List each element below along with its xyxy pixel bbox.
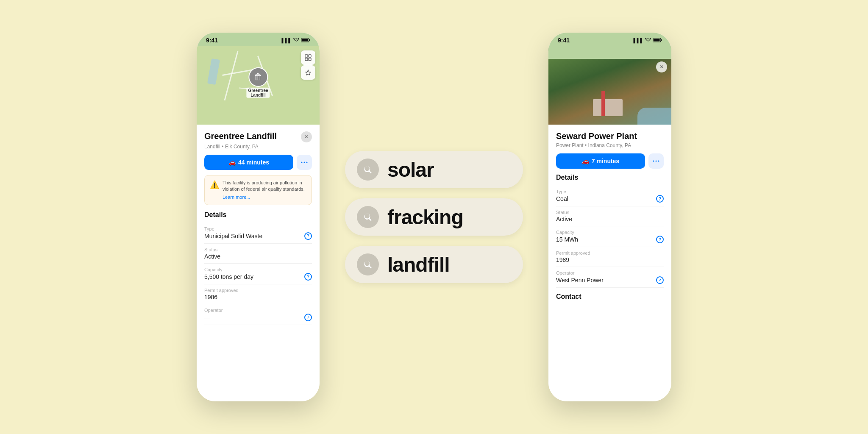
left-phone: 9:41 ▌▌▌ <box>197 33 320 401</box>
left-nav-time: 44 minutes <box>238 159 269 166</box>
svg-point-13 <box>653 161 654 162</box>
search-pill-landfill[interactable]: landfill <box>345 246 523 283</box>
left-detail-type: Type Municipal Solid Waste ? <box>204 223 312 244</box>
alert-icon: ⚠️ <box>210 180 219 189</box>
search-pill-fracking[interactable]: fracking <box>345 198 523 236</box>
left-capacity-value: 5,500 tons per day <box>204 273 253 280</box>
svg-rect-12 <box>654 39 660 41</box>
left-map[interactable]: 🗑 GreentreeLandfill <box>197 46 320 125</box>
right-phone: 9:41 ▌▌▌ <box>548 33 671 401</box>
left-operator-label: Operator <box>204 308 312 313</box>
capacity-info-icon[interactable]: ? <box>304 273 312 281</box>
right-capacity-label: Capacity <box>556 230 664 235</box>
svg-point-7 <box>301 162 303 163</box>
right-type-value: Coal <box>556 195 568 202</box>
right-car-icon: 🚗 <box>582 158 589 164</box>
right-detail-status: Status Active <box>556 206 664 226</box>
svg-point-15 <box>658 161 659 162</box>
alert-learn-more-link[interactable]: Learn more... <box>223 195 250 200</box>
landfill-pin-icon: 🗑 <box>248 67 268 86</box>
right-detail-capacity: Capacity 15 MWh ? <box>556 226 664 247</box>
right-battery-icon <box>653 38 662 43</box>
left-permit-value: 1986 <box>204 294 217 300</box>
left-time: 9:41 <box>206 37 218 44</box>
svg-rect-5 <box>305 58 308 61</box>
left-status-bar: 9:41 ▌▌▌ <box>197 33 320 46</box>
right-card-title: Seward Power Plant <box>556 131 637 141</box>
right-permit-label: Permit approved <box>556 250 664 256</box>
wifi-icon <box>293 38 299 43</box>
right-capacity-info-icon[interactable]: ? <box>656 236 664 243</box>
signal-icon: ▌▌▌ <box>282 38 292 43</box>
left-type-label: Type <box>204 226 312 231</box>
car-icon: 🚗 <box>228 159 236 166</box>
map-pin-label: GreentreeLandfill <box>246 87 270 97</box>
right-signal-icon: ▌▌▌ <box>634 38 643 43</box>
search-pill-solar[interactable]: solar <box>345 151 523 188</box>
center-search-pills: solar fracking landfill <box>345 151 523 283</box>
svg-rect-4 <box>309 55 311 57</box>
left-card-subtitle: Landfill • Elk County, PA <box>204 144 312 150</box>
right-more-button[interactable] <box>648 153 664 169</box>
alert-text: This facility is producing air pollution… <box>223 180 306 193</box>
right-type-info-icon[interactable]: ? <box>656 195 664 203</box>
svg-point-9 <box>306 162 308 163</box>
map-controls <box>301 50 315 80</box>
search-icon-landfill <box>357 253 379 275</box>
battery-icon <box>301 38 310 43</box>
left-status-label: Status <box>204 247 312 252</box>
right-operator-label: Operator <box>556 270 664 275</box>
left-detail-permit: Permit approved 1986 <box>204 284 312 304</box>
right-card-subtitle: Power Plant • Indiana County, PA <box>556 142 664 148</box>
right-photo-close-button[interactable]: ✕ <box>656 61 667 72</box>
svg-rect-3 <box>305 55 308 57</box>
left-type-value: Municipal Solid Waste <box>204 233 262 239</box>
right-detail-type: Type Coal ? <box>556 186 664 206</box>
left-details-heading: Details <box>204 211 312 219</box>
right-card-content: Seward Power Plant Power Plant • Indiana… <box>548 125 671 401</box>
left-capacity-label: Capacity <box>204 267 312 272</box>
svg-rect-6 <box>309 58 311 61</box>
right-nav-time: 7 minutes <box>592 158 619 164</box>
search-icon-solar <box>357 159 379 181</box>
right-detail-operator: Operator West Penn Power ↗ <box>556 267 664 288</box>
operator-link-icon[interactable]: ↗ <box>304 314 312 321</box>
svg-rect-2 <box>302 39 308 41</box>
left-status-icons: ▌▌▌ <box>282 38 310 43</box>
right-permit-value: 1989 <box>556 256 569 263</box>
left-navigate-button[interactable]: 🚗 44 minutes <box>204 155 293 170</box>
location-button[interactable] <box>301 65 315 80</box>
left-detail-operator: Operator — ↗ <box>204 304 312 325</box>
search-pill-landfill-text: landfill <box>387 253 450 276</box>
right-time: 9:41 <box>558 37 570 44</box>
right-navigate-button[interactable]: 🚗 7 minutes <box>556 153 645 169</box>
left-alert-box: ⚠️ This facility is producing air pollut… <box>204 175 312 205</box>
left-detail-status: Status Active <box>204 244 312 264</box>
right-operator-link-icon[interactable]: ↗ <box>656 276 664 284</box>
type-info-icon[interactable]: ? <box>304 232 312 240</box>
right-wifi-icon <box>645 38 651 43</box>
left-detail-capacity: Capacity 5,500 tons per day ? <box>204 264 312 284</box>
svg-point-8 <box>304 162 305 163</box>
svg-rect-11 <box>661 39 662 41</box>
search-pill-solar-text: solar <box>387 158 434 181</box>
right-detail-permit: Permit approved 1989 <box>556 247 664 267</box>
map-pin: 🗑 GreentreeLandfill <box>246 67 270 97</box>
left-card-title: Greentree Landfill <box>204 131 277 141</box>
right-status-bar: 9:41 ▌▌▌ <box>548 33 671 46</box>
right-contact-heading: Contact <box>556 293 664 300</box>
svg-rect-1 <box>309 39 310 41</box>
svg-point-14 <box>656 161 657 162</box>
search-icon-fracking <box>357 206 379 228</box>
right-type-label: Type <box>556 189 664 194</box>
right-status-label: Status <box>556 210 664 215</box>
map-view-button[interactable] <box>301 50 315 65</box>
left-more-button[interactable] <box>297 155 312 170</box>
right-details-heading: Details <box>556 174 664 181</box>
right-capacity-value: 15 MWh <box>556 236 578 243</box>
right-operator-value: West Penn Power <box>556 277 604 284</box>
right-photo: ✕ <box>548 46 671 125</box>
left-close-button[interactable]: ✕ <box>301 131 312 142</box>
search-pill-fracking-text: fracking <box>387 206 463 229</box>
left-permit-label: Permit approved <box>204 288 312 293</box>
